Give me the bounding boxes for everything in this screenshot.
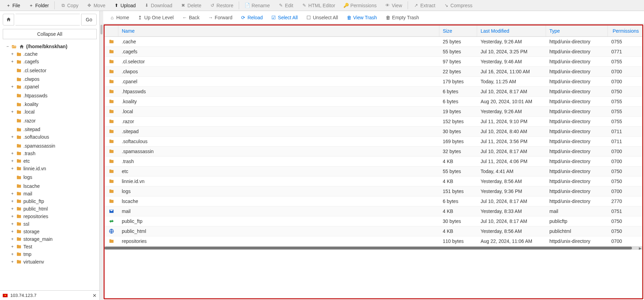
expand-icon[interactable]: + — [10, 205, 14, 213]
expand-icon[interactable]: + — [10, 251, 14, 258]
header-type[interactable]: Type — [546, 25, 608, 36]
download-button[interactable]: ⬇Download — [140, 0, 176, 11]
expand-icon[interactable]: + — [10, 108, 14, 116]
header-name[interactable]: Name — [118, 25, 439, 36]
table-row[interactable]: etc55 bytesToday, 4:41 AMhttpd/unix-dire… — [105, 167, 642, 176]
table-row[interactable]: lscache6 bytesJul 10, 2024, 8:17 AMhttpd… — [105, 196, 642, 206]
header-icon[interactable] — [105, 25, 118, 36]
splitter[interactable] — [100, 11, 103, 300]
status-close-button[interactable]: ✕ — [93, 293, 97, 298]
table-row[interactable]: .local19 bytesYesterday, 9:26 AMhttpd/un… — [105, 107, 642, 117]
table-row[interactable]: .htpasswds6 bytesJul 10, 2024, 8:17 AMht… — [105, 87, 642, 97]
header-permissions[interactable]: Permissions — [608, 25, 642, 36]
reload-button[interactable]: ⟳Reload — [236, 11, 267, 24]
table-row[interactable]: .razor152 bytesJul 11, 2024, 9:10 PMhttp… — [105, 117, 642, 127]
compress-button[interactable]: ↘Compress — [439, 0, 476, 11]
tree-item[interactable]: .htpasswds — [10, 92, 48, 99]
expand-icon[interactable]: + — [10, 190, 14, 197]
expand-icon[interactable]: + — [10, 198, 14, 205]
up-one-level-button[interactable]: ↥Up One Level — [133, 11, 178, 24]
expand-icon[interactable]: + — [10, 150, 14, 157]
folder-tree[interactable]: − (/home/bknskhan) +.cache+.cagefs.cl.se… — [0, 43, 99, 290]
tree-item[interactable]: +linnie.id.vn — [10, 165, 47, 172]
table-row[interactable]: .spamassassin32 bytesJul 10, 2024, 8:17 … — [105, 147, 642, 157]
collapse-all-button[interactable]: Collapse All — [3, 29, 97, 39]
collapse-icon[interactable]: − — [6, 43, 10, 50]
header-size[interactable]: Size — [439, 25, 477, 36]
tree-item[interactable]: +repositories — [10, 213, 49, 220]
unselect-all-button[interactable]: ☐Unselect All — [302, 11, 342, 24]
tree-item[interactable]: .spamassassin — [10, 142, 56, 150]
tree-item[interactable]: .clwpos — [10, 76, 40, 83]
expand-icon[interactable]: + — [10, 133, 14, 141]
table-row[interactable]: public_ftp30 bytesJul 10, 2024, 8:17 AMp… — [105, 216, 642, 226]
table-row[interactable]: repositories110 bytesAug 22, 2024, 11:06… — [105, 236, 642, 246]
restore-button[interactable]: ↺Restore — [205, 0, 237, 11]
tree-item[interactable]: +virtualenv — [10, 258, 45, 266]
horizontal-scrollbar[interactable]: ▶ — [105, 246, 642, 250]
tree-item[interactable]: +.cagefs — [10, 58, 40, 65]
rename-button[interactable]: 📄Rename — [240, 0, 274, 11]
extract-button[interactable]: ↗Extract — [409, 0, 440, 11]
path-input[interactable] — [15, 14, 80, 25]
tree-item[interactable]: +mail — [10, 190, 33, 197]
expand-icon[interactable]: + — [10, 228, 14, 235]
permissions-button[interactable]: 🔑Permissions — [339, 0, 380, 11]
table-row[interactable]: public_html4 KBYesterday, 8:56 AMpublich… — [105, 226, 642, 236]
copy-button[interactable]: ⧉Copy — [56, 0, 83, 11]
table-row[interactable]: .clwpos22 bytesJul 16, 2024, 11:00 AMhtt… — [105, 67, 642, 77]
tree-item[interactable]: +public_ftp — [10, 198, 45, 205]
delete-button[interactable]: ✖Delete — [176, 0, 205, 11]
expand-icon[interactable]: + — [10, 83, 14, 90]
table-row[interactable]: .cagefs55 bytesJul 10, 2024, 3:25 PMhttp… — [105, 47, 642, 57]
tree-item[interactable]: +.trash — [10, 150, 36, 157]
tree-item[interactable]: .cl.selector — [10, 67, 47, 74]
header-modified[interactable]: Last Modified — [477, 25, 546, 36]
folder-button[interactable]: ＋Folder — [24, 0, 53, 11]
expand-icon[interactable]: + — [10, 221, 14, 228]
tree-item[interactable]: .razor — [10, 117, 36, 125]
home-button[interactable] — [3, 14, 14, 25]
tree-root[interactable]: − (/home/bknskhan) — [5, 43, 68, 50]
expand-icon[interactable]: + — [10, 158, 14, 165]
empty-trash-button[interactable]: 🗑Empty Trash — [381, 11, 423, 24]
html-editor-button[interactable]: ✎HTML Editor — [297, 0, 339, 11]
tree-item[interactable]: +.local — [10, 108, 35, 116]
tree-item[interactable]: .sitepad — [10, 126, 41, 133]
tree-item[interactable]: +storage_main — [10, 236, 53, 243]
tree-item[interactable]: +etc — [10, 158, 31, 165]
tree-item[interactable]: +Test — [10, 243, 33, 250]
table-row[interactable]: .softaculous169 bytesJul 11, 2024, 3:56 … — [105, 137, 642, 147]
expand-icon[interactable]: + — [10, 165, 14, 172]
expand-icon[interactable]: + — [10, 51, 14, 58]
expand-icon[interactable]: + — [10, 213, 14, 220]
back-button[interactable]: ←Back — [178, 11, 204, 24]
move-button[interactable]: ✥Move — [83, 0, 109, 11]
forward-button[interactable]: →Forward — [204, 11, 236, 24]
select-all-button[interactable]: ☑Select All — [267, 11, 302, 24]
tree-item[interactable]: +storage — [10, 228, 40, 235]
file-grid[interactable]: Name Size Last Modified Type Permissions… — [104, 24, 643, 299]
expand-icon[interactable]: + — [10, 258, 14, 266]
expand-icon[interactable]: + — [10, 236, 14, 243]
edit-button[interactable]: ✎Edit — [274, 0, 297, 11]
tree-item[interactable]: +.softaculous — [10, 133, 50, 141]
tree-item[interactable]: .koality — [10, 101, 39, 108]
tree-item[interactable]: logs — [10, 174, 33, 181]
table-row[interactable]: .trash4 KBJul 11, 2024, 4:06 PMhttpd/uni… — [105, 157, 642, 167]
table-row[interactable]: linnie.id.vn4 KBYesterday, 8:56 AMhttpd/… — [105, 176, 642, 186]
go-button[interactable]: Go — [81, 14, 97, 25]
tree-item[interactable]: +ssl — [10, 221, 30, 228]
tree-item[interactable]: lscache — [10, 183, 40, 190]
nav-home-button[interactable]: ⌂Home — [105, 11, 133, 24]
upload-button[interactable]: ⬆Upload — [109, 0, 140, 11]
table-row[interactable]: logs151 bytesYesterday, 9:36 PMhttpd/uni… — [105, 186, 642, 196]
tree-item[interactable]: +.cache — [10, 51, 38, 58]
table-row[interactable]: .cpanel179 bytesToday, 11:25 AMhttpd/uni… — [105, 77, 642, 87]
table-row[interactable]: mail4 KBYesterday, 8:33 AMmail0751 — [105, 206, 642, 216]
table-row[interactable]: .cache25 bytesYesterday, 9:26 AMhttpd/un… — [105, 37, 642, 47]
view-button[interactable]: 👁View — [381, 0, 406, 11]
file-button[interactable]: ＋File — [1, 0, 24, 11]
table-row[interactable]: .sitepad30 bytesJul 10, 2024, 8:40 AMhtt… — [105, 127, 642, 137]
view-trash-button[interactable]: 🗑View Trash — [342, 11, 381, 24]
